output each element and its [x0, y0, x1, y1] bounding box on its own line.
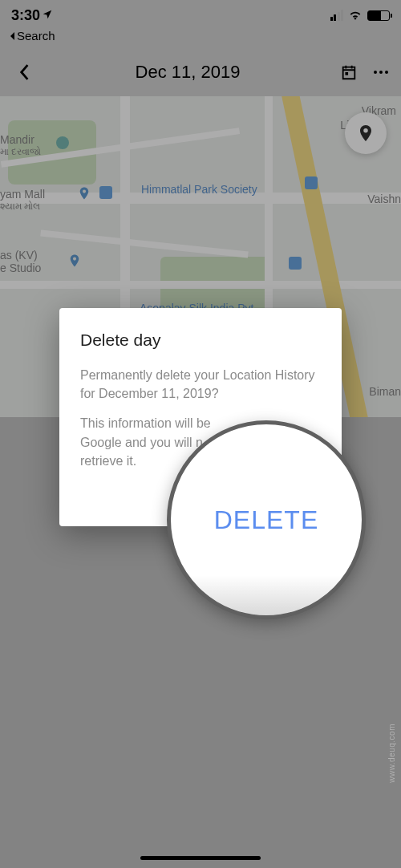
more-icon[interactable] — [374, 71, 388, 74]
dialog-title: Delete day — [80, 331, 321, 350]
chevron-left-icon — [18, 63, 30, 81]
poi-icon — [289, 257, 302, 270]
map-label-kv: as (KV) — [0, 249, 38, 262]
signal-icon — [330, 10, 344, 21]
map-label-mandir-sub: મા દરવાજો — [0, 146, 41, 157]
map-label-mandir: Mandir — [0, 133, 34, 146]
location-arrow-icon — [42, 7, 53, 24]
map-pin-icon — [77, 186, 91, 201]
chevron-left-icon — [8, 31, 16, 41]
status-bar: 3:30 — [0, 0, 401, 30]
poi-icon — [56, 136, 69, 149]
map-label-himmatlal: Himmatlal Park Society — [141, 183, 257, 196]
location-pin-icon — [356, 124, 375, 143]
magnifier-highlight: DELETE — [167, 420, 366, 619]
screen: Vikram Library, Mandir મા દરવાજો Himmatl… — [0, 0, 401, 868]
map-label-studio: e Studio — [0, 262, 41, 274]
map-label-yam-sub: શ્યામ મોલ — [0, 201, 40, 212]
back-button[interactable] — [13, 61, 35, 83]
map-pin-icon — [67, 254, 82, 268]
back-to-search[interactable]: Search — [8, 29, 55, 43]
poi-icon — [305, 176, 318, 189]
svg-rect-0 — [345, 72, 348, 75]
wifi-icon — [348, 10, 363, 21]
map-label-vaishn: Vaishn — [367, 193, 401, 205]
map-label-biman: Biman — [369, 385, 401, 398]
home-indicator[interactable] — [140, 856, 261, 860]
status-time: 3:30 — [11, 7, 53, 24]
watermark: www.deuq.com — [387, 724, 396, 783]
delete-button[interactable]: DELETE — [214, 505, 318, 535]
my-location-button[interactable] — [345, 112, 387, 154]
app-header: Dec 11, 2019 — [0, 48, 401, 96]
map-label-yam: yam Mall — [0, 188, 45, 201]
poi-icon — [99, 186, 112, 199]
battery-icon — [367, 10, 390, 21]
calendar-icon[interactable] — [340, 63, 358, 81]
back-search-label: Search — [17, 29, 55, 43]
page-title: Dec 11, 2019 — [35, 62, 340, 83]
